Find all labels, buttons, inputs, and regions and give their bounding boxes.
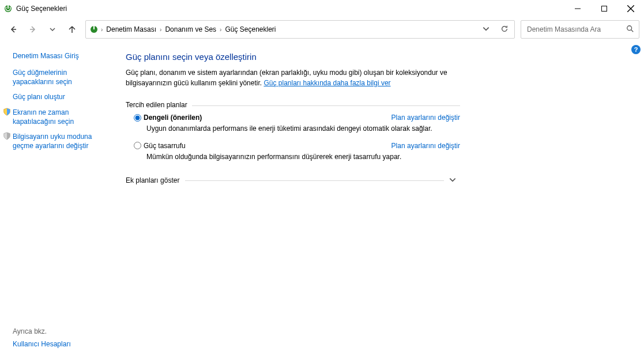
recent-locations-button[interactable] (44, 21, 61, 38)
window-title: Güç Seçenekleri (16, 5, 67, 13)
sidebar-home-link[interactable]: Denetim Masası Giriş (13, 52, 108, 60)
chevron-right-icon: › (159, 27, 163, 33)
sidebar-item-display-off[interactable]: Ekranın ne zaman kapatılacağını seçin (13, 108, 108, 126)
sidebar: Denetim Masası Giriş Güç düğmelerinin ya… (0, 41, 115, 355)
forward-button[interactable] (24, 21, 42, 38)
see-also-user-accounts[interactable]: Kullanıcı Hesapları (13, 340, 71, 348)
help-button[interactable]: ? (631, 45, 641, 54)
sidebar-item-sleep-settings[interactable]: Bilgisayarın uyku moduna geçme ayarların… (13, 132, 108, 150)
sidebar-item-button-action[interactable]: Güç düğmelerinin yapacaklarını seçin (13, 68, 108, 86)
svg-line-11 (631, 29, 634, 32)
shield-icon (2, 132, 12, 140)
plan-balanced-desc: Uygun donanımlarda performans ile enerji… (146, 124, 460, 134)
plan-power-saver-change-link[interactable]: Plan ayarlarını değiştir (391, 142, 460, 150)
breadcrumb-hardware-sound[interactable]: Donanım ve Ses (163, 25, 219, 33)
chevron-right-icon: › (219, 27, 223, 33)
page-intro: Güç planı, donanım ve sistem ayarlarında… (126, 67, 483, 88)
back-button[interactable] (5, 21, 22, 38)
preferred-plans-group: Tercih edilen planlar Dengeli (önerilen)… (126, 101, 460, 162)
sidebar-item-label: Bilgisayarın uyku moduna geçme ayarların… (13, 132, 108, 150)
content: ? Güç planını seçin veya özelleştirin Gü… (115, 41, 644, 355)
plan-power-saver-radio[interactable] (134, 142, 141, 149)
sidebar-item-label: Güç düğmelerinin yapacaklarını seçin (13, 68, 108, 86)
plan-power-saver-desc: Mümkün olduğunda bilgisayarınızın perfor… (146, 152, 460, 162)
search-input[interactable] (526, 25, 626, 34)
svg-rect-9 (93, 26, 95, 29)
address-bar[interactable]: › Denetim Masası › Donanım ve Ses › Güç … (85, 20, 515, 39)
sidebar-item-label: Ekranın ne zaman kapatılacağını seçin (13, 108, 108, 126)
divider (185, 180, 444, 181)
search-icon[interactable] (626, 25, 634, 35)
preferred-plans-legend: Tercih edilen planlar (126, 101, 192, 109)
plan-balanced-change-link[interactable]: Plan ayarlarını değiştir (391, 114, 460, 122)
plan-balanced-radio[interactable] (134, 114, 141, 122)
svg-rect-1 (7, 5, 9, 9)
svg-point-10 (627, 25, 632, 30)
chevron-down-icon (449, 176, 457, 186)
close-button[interactable] (617, 0, 644, 17)
power-options-icon (3, 4, 13, 13)
show-additional-plans-label: Ek planları göster (126, 176, 179, 184)
sidebar-see-also: Ayrıca bkz. Kullanıcı Hesapları (13, 327, 108, 348)
breadcrumb-power-options[interactable]: Güç Seçenekleri (223, 25, 278, 33)
window-buttons (564, 0, 644, 17)
chevron-right-icon: › (100, 27, 104, 33)
plan-power-saver: Güç tasarrufu Plan ayarlarını değiştir M… (134, 142, 460, 162)
maximize-button[interactable] (591, 0, 617, 17)
plan-balanced: Dengeli (önerilen) Plan ayarlarını değiş… (134, 114, 460, 134)
search-box[interactable] (521, 20, 639, 39)
svg-rect-3 (602, 6, 607, 12)
breadcrumb-control-panel[interactable]: Denetim Masası (104, 25, 159, 33)
page-title: Güç planını seçin veya özelleştirin (126, 52, 628, 62)
sidebar-item-label: Güç planı oluştur (13, 92, 65, 101)
refresh-button[interactable] (500, 25, 509, 35)
see-also-heading: Ayrıca bkz. (13, 327, 108, 335)
body: Denetim Masası Giriş Güç düğmelerinin ya… (0, 41, 644, 355)
intro-link[interactable]: Güç planları hakkında daha fazla bilgi v… (263, 79, 390, 87)
show-additional-plans[interactable]: Ek planları göster (126, 173, 460, 188)
titlebar: Güç Seçenekleri (0, 0, 644, 17)
control-panel-icon (89, 25, 99, 34)
minimize-button[interactable] (564, 0, 591, 17)
up-button[interactable] (63, 21, 81, 38)
plan-balanced-label[interactable]: Dengeli (önerilen) (144, 114, 202, 122)
navbar: › Denetim Masası › Donanım ve Ses › Güç … (0, 17, 644, 41)
shield-icon (2, 108, 12, 116)
plan-power-saver-label[interactable]: Güç tasarrufu (144, 142, 186, 150)
sidebar-item-create-plan[interactable]: Güç planı oluştur (13, 92, 108, 101)
address-dropdown-button[interactable] (482, 25, 490, 35)
